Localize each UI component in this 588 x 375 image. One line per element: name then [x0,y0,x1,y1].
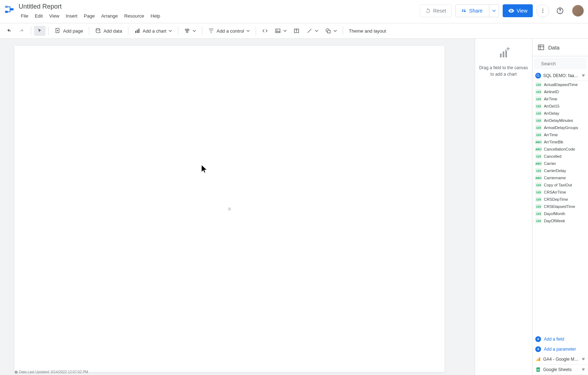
field-item[interactable]: 123CRSArrTime [532,189,588,196]
menu-arrange[interactable]: Arrange [98,12,120,20]
theme-layout-button[interactable]: Theme and layout [346,26,389,36]
divider [31,27,31,35]
undo-icon [6,28,12,34]
community-viz-button[interactable] [181,25,199,36]
data-source-sql[interactable]: SQL DEMO: faa_fli... [532,71,588,81]
redo-icon [19,28,25,34]
document-title[interactable]: Untitled Report [18,2,420,11]
field-item[interactable]: ABCCarrier [532,160,588,167]
view-button[interactable]: View [503,4,533,17]
field-item[interactable]: 123AirTime [532,95,588,103]
field-item[interactable]: 123Copy of TaxiOut [532,181,588,189]
community-icon [184,28,190,34]
field-item[interactable]: 123ArrDelay [532,110,588,117]
reset-label: Reset [433,8,446,14]
undo-button[interactable] [3,25,15,36]
field-name: ArrTimeBlk [544,140,585,144]
svg-rect-31 [538,359,539,361]
redo-button[interactable] [16,25,28,36]
field-item[interactable]: 123CRSElapsedTime [532,203,588,210]
divider [128,27,128,35]
text-button[interactable] [290,25,303,36]
expand-icon[interactable] [582,357,585,361]
add-page-button[interactable]: Add page [52,25,86,36]
svg-rect-12 [137,30,138,33]
ga-icon [535,356,541,362]
add-data-button[interactable]: Add data [92,25,125,36]
menu-insert[interactable]: Insert [63,12,80,20]
svg-point-3 [542,9,544,10]
field-item[interactable]: 123CarrierDelay [532,167,588,174]
add-parameter-button[interactable]: + Add a parameter [532,344,588,354]
info-icon [14,370,18,374]
field-name: Copy of TaxiOut [544,183,585,187]
data-source-sheets[interactable]: Google Sheets [532,365,588,375]
field-list: 123ActualElapsedTime123AirlineID123AirTi… [532,81,588,334]
field-name: DayofMonth [544,212,585,216]
canvas-area[interactable]: Data Last Updated: 6/14/2022 12:07:02 PM [0,39,475,375]
menu-resource[interactable]: Resource [121,12,147,20]
field-item[interactable]: 123AirlineID [532,88,588,95]
header: Untitled Report File Edit View Insert Pa… [0,0,588,23]
reset-button[interactable]: Reset [420,4,452,17]
menu-file[interactable]: File [18,12,31,20]
add-field-label: Add a field [544,337,564,342]
field-item[interactable]: ABCArrTimeBlk [532,138,588,146]
svg-rect-24 [503,52,504,58]
field-search[interactable] [534,58,587,69]
expand-icon[interactable] [582,74,585,77]
menu-edit[interactable]: Edit [32,12,46,20]
more-options-button[interactable] [536,4,549,17]
field-item[interactable]: 123ArrivalDelayGroups [532,124,588,131]
add-control-label: Add a control [217,28,244,34]
user-avatar[interactable] [572,5,584,16]
text-type-badge: ABC [535,175,542,180]
add-chart-button[interactable]: Add a chart [131,25,175,36]
drag-hint-text: Drag a field to the canvas to add a char… [478,65,529,77]
field-item[interactable]: ABCCarriername [532,174,588,181]
theme-label: Theme and layout [349,28,386,34]
share-button[interactable]: Share [455,4,499,17]
field-item[interactable]: 123DayofMonth [532,210,588,217]
menu-page[interactable]: Page [81,12,98,20]
menu-view[interactable]: View [46,12,62,20]
search-input[interactable] [541,61,588,66]
field-item[interactable]: 123Cancelled [532,153,588,160]
selection-tool[interactable] [34,26,46,36]
image-button[interactable] [272,25,290,36]
expand-icon[interactable] [582,368,585,371]
field-item[interactable]: 123ArrDelayMinutes [532,117,588,124]
add-field-button[interactable]: + Add a field [532,334,588,344]
svg-point-4 [542,10,544,11]
field-item[interactable]: 123ArrTime [532,131,588,138]
data-source-ga4[interactable]: GA4 - Google Merc... [532,354,588,365]
field-item[interactable]: 123CRSDepTime [532,196,588,203]
source-name: SQL DEMO: faa_fli... [543,73,579,78]
shape-button[interactable] [322,25,340,36]
help-button[interactable] [553,4,567,18]
text-type-badge: ABC [535,147,542,152]
field-item[interactable]: 123ActualElapsedTime [532,81,588,88]
share-dropdown[interactable] [489,5,499,17]
add-control-button[interactable]: Add a control [205,25,253,36]
field-item[interactable]: ABCCancellationCode [532,146,588,153]
number-type-badge: 123 [535,204,542,209]
field-name: ArrivalDelayGroups [544,125,585,130]
add-data-icon [95,28,101,34]
svg-point-7 [560,12,560,13]
line-button[interactable] [303,25,321,36]
title-menu-area: Untitled Report File Edit View Insert Pa… [18,2,420,20]
embed-button[interactable] [259,25,271,36]
svg-rect-2 [10,8,14,10]
app-logo[interactable] [4,4,15,15]
field-item[interactable]: 123ArrDel15 [532,103,588,110]
canvas[interactable] [14,46,445,372]
field-item[interactable]: 123DayOfWeek [532,217,588,224]
menu-help[interactable]: Help [148,12,163,20]
svg-rect-0 [5,6,8,8]
divider [89,27,89,35]
number-type-badge: 123 [535,154,542,159]
divider [178,27,178,35]
field-name: DayOfWeek [544,219,585,223]
svg-point-16 [186,31,188,33]
